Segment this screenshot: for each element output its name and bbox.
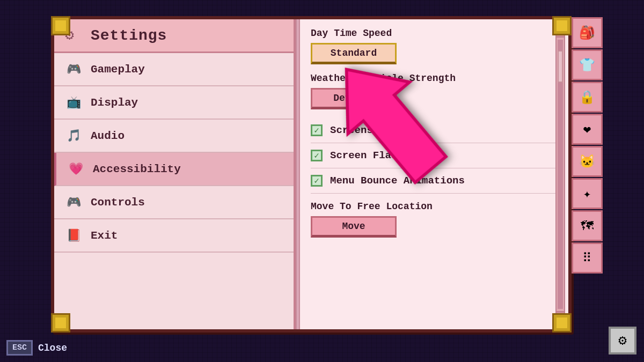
esc-bar: ESC Close: [6, 340, 67, 356]
star-icon: ✦: [583, 186, 591, 202]
sidebar-icon-menu[interactable]: ⠿: [572, 242, 603, 274]
sidebar-icon-face[interactable]: 🐱: [572, 146, 603, 177]
screenshake-checkbox[interactable]: [311, 124, 323, 136]
lock-icon: 🔒: [579, 90, 595, 105]
day-time-speed-section: Day Time Speed Standard: [311, 28, 558, 64]
controls-icon: 🎮: [65, 194, 82, 211]
menu-bounce-item[interactable]: Menu Bounce Animations: [311, 168, 558, 194]
bottom-gear-button[interactable]: ⚙: [609, 327, 636, 354]
screenshake-label: Screenshake: [330, 124, 397, 136]
move-to-free-label: Move To Free Location: [311, 201, 558, 212]
screen-flash-checkbox[interactable]: [311, 150, 323, 161]
audio-icon: 🎵: [65, 127, 82, 144]
menu-bounce-checkbox[interactable]: [311, 175, 323, 187]
sidebar-icon-map[interactable]: 🗺: [572, 210, 603, 241]
sidebar-item-display[interactable]: 📺 Display: [54, 86, 294, 120]
exit-icon: 📕: [65, 227, 82, 244]
scroll-thumb[interactable]: [558, 50, 563, 83]
screen-flash-item[interactable]: Screen Flash: [311, 143, 558, 168]
weather-particles-label: Weather Particle Strength: [311, 73, 558, 84]
accessibility-label: Accessibility: [93, 163, 181, 175]
weather-particles-section: Weather Particle Strength Default: [311, 73, 558, 109]
weather-particles-button[interactable]: Default: [311, 88, 397, 109]
settings-title: Settings: [91, 27, 167, 44]
right-sidebar: 🎒 👕 🔒 ❤ 🐱 ✦ 🗺 ⠿: [572, 17, 606, 275]
sidebar-item-accessibility[interactable]: 💗 Accessibility: [54, 153, 294, 186]
day-time-speed-button[interactable]: Standard: [311, 43, 397, 64]
corner-decoration-tl: [51, 16, 70, 35]
audio-label: Audio: [91, 130, 125, 142]
sidebar-icon-shirt[interactable]: 👕: [572, 49, 603, 80]
corner-decoration-br: [552, 313, 572, 333]
accessibility-icon: 💗: [67, 160, 84, 178]
sidebar-icon-star[interactable]: ✦: [572, 178, 603, 209]
sidebar-icon-heart[interactable]: ❤: [572, 114, 603, 145]
sidebar-icon-lock[interactable]: 🔒: [572, 82, 603, 113]
esc-badge[interactable]: ESC: [6, 340, 33, 356]
scroll-track: [558, 40, 563, 309]
menu-icon: ⠿: [582, 250, 592, 266]
sidebar-item-exit[interactable]: 📕 Exit: [54, 219, 294, 253]
sidebar-icon-bag[interactable]: 🎒: [572, 17, 603, 48]
sidebar-item-audio[interactable]: 🎵 Audio: [54, 120, 294, 153]
display-label: Display: [91, 97, 138, 109]
corner-decoration-tr: [552, 16, 572, 35]
gameplay-icon: 🎮: [65, 61, 82, 78]
day-time-speed-label: Day Time Speed: [311, 28, 558, 39]
right-content: Day Time Speed Standard Weather Particle…: [300, 19, 568, 329]
move-to-free-section: Move To Free Location Move: [311, 201, 558, 238]
right-page: Day Time Speed Standard Weather Particle…: [300, 19, 568, 329]
move-button[interactable]: Move: [311, 216, 397, 238]
close-label: Close: [38, 343, 67, 353]
sidebar-item-gameplay[interactable]: 🎮 Gameplay: [54, 53, 294, 86]
sidebar-item-controls[interactable]: 🎮 Controls: [54, 186, 294, 219]
menu-bounce-label: Menu Bounce Animations: [330, 175, 465, 187]
bottom-gear-icon: ⚙: [618, 332, 627, 349]
scrollbar: ▲ ▼: [555, 25, 565, 324]
bag-icon: 🎒: [579, 25, 595, 41]
left-page: ⚙ Settings 🎮 Gameplay 📺 Display 🎵 Audio …: [54, 19, 296, 329]
heart-icon: ❤: [583, 122, 591, 137]
controls-label: Controls: [91, 196, 145, 209]
screen-flash-label: Screen Flash: [330, 150, 404, 161]
display-icon: 📺: [65, 94, 82, 111]
shirt-icon: 👕: [579, 57, 595, 73]
settings-header: ⚙ Settings: [54, 19, 294, 53]
map-icon: 🗺: [581, 218, 594, 234]
face-icon: 🐱: [579, 154, 595, 169]
settings-book: ⚙ Settings 🎮 Gameplay 📺 Display 🎵 Audio …: [51, 16, 572, 333]
corner-decoration-bl: [51, 313, 70, 333]
screenshake-item[interactable]: Screenshake: [311, 118, 558, 143]
exit-label: Exit: [91, 230, 118, 242]
book-spine: [296, 19, 300, 329]
gameplay-label: Gameplay: [91, 63, 145, 76]
